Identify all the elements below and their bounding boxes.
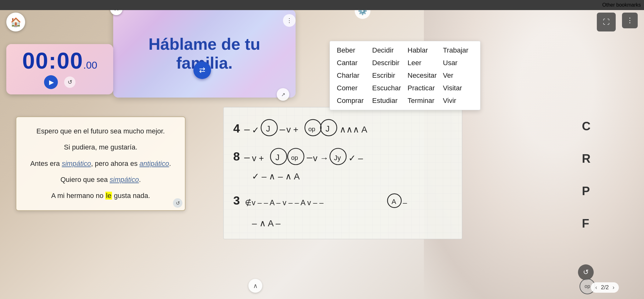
whiteboard[interactable]: 4 – ✓ J – v + op J ∧∧∧ A 8 – v + J op – … xyxy=(223,107,462,239)
text-line-2: Si pudiera, me gustaría. xyxy=(26,143,175,152)
play-button[interactable]: ▶ xyxy=(44,75,58,89)
svg-text:∉v – – A – v – – A v – –: ∉v – – A – v – – A v – – xyxy=(245,198,324,207)
right-column-labels: C R P F xyxy=(582,120,591,230)
timer-widget: 00:00.00 ▶ ↺ xyxy=(6,44,113,94)
page-prev-button[interactable]: ‹ xyxy=(595,284,597,291)
page-next-button[interactable]: › xyxy=(613,284,614,291)
reset-icon: ↺ xyxy=(68,79,72,86)
svg-text:–: – xyxy=(403,198,407,207)
verb-item-necesitar[interactable]: Necesitar xyxy=(406,70,440,81)
reset-button[interactable]: ↺ xyxy=(64,76,75,88)
fullscreen-button[interactable]: ⛶ xyxy=(597,13,616,31)
more-icon: ⋮ xyxy=(626,16,633,25)
svg-text:op: op xyxy=(308,126,315,133)
expand-button[interactable]: ↗ xyxy=(277,88,289,101)
verb-item-ver[interactable]: Ver xyxy=(441,70,475,81)
verb-item-cantar[interactable]: Cantar xyxy=(335,58,369,68)
dots-icon: ⋮ xyxy=(286,17,292,24)
verb-grid: BeberDecidirHablarTrabajarCantarDescribi… xyxy=(335,45,475,106)
text-line-3: Antes era simpático, pero ahora es antip… xyxy=(26,159,175,169)
verb-item-usar[interactable]: Usar xyxy=(441,58,475,68)
prompt-more-button[interactable]: ⋮ xyxy=(283,14,296,27)
verb-item-visitar[interactable]: Visitar xyxy=(441,83,475,93)
svg-text:Jy: Jy xyxy=(334,154,341,162)
home-icon: 🏠 xyxy=(10,17,21,27)
verb-item-trabajar[interactable]: Trabajar xyxy=(441,45,475,56)
svg-text:4: 4 xyxy=(233,122,240,135)
verb-item-estudiar[interactable]: Estudiar xyxy=(370,95,405,106)
svg-text:–: – xyxy=(244,151,250,163)
text-line-4: Quiero que sea simpático. xyxy=(26,175,175,185)
italic-word-3: simpático xyxy=(110,176,139,183)
svg-text:v →: v → xyxy=(313,153,329,163)
svg-text:v +: v + xyxy=(252,153,264,163)
highlight-word: le xyxy=(105,192,112,200)
verb-item-leer[interactable]: Leer xyxy=(406,58,440,68)
svg-text:J: J xyxy=(266,124,270,133)
verb-item-vivir[interactable]: Vivir xyxy=(441,95,475,106)
svg-text:–: – xyxy=(280,123,285,135)
fullscreen-icon: ⛶ xyxy=(603,18,610,26)
svg-text:✓ –: ✓ – xyxy=(348,153,363,163)
refresh-icon: ↺ xyxy=(176,200,180,206)
svg-text:∧∧∧ A: ∧∧∧ A xyxy=(340,125,367,134)
svg-text:✓ – ∧ – ∧ A: ✓ – ∧ – ∧ A xyxy=(252,172,300,181)
verb-item-terminar[interactable]: Terminar xyxy=(406,95,440,106)
op-label: op xyxy=(585,284,590,289)
italic-word-1: simpático xyxy=(62,160,91,167)
browser-bar: Other bookmarks xyxy=(0,0,644,10)
timer-milliseconds: .00 xyxy=(83,59,97,71)
refresh-bottom-icon: ↺ xyxy=(583,268,589,276)
col-label-c: C xyxy=(582,120,591,133)
verb-item-escribir[interactable]: Escribir xyxy=(370,70,405,81)
italic-word-2: antipático xyxy=(140,160,169,167)
shuffle-button[interactable]: ⇄ xyxy=(193,61,211,79)
col-label-r: R xyxy=(582,152,591,166)
timer-display: 00:00 xyxy=(22,49,83,72)
refresh-icon-bottom[interactable]: ↺ xyxy=(578,264,594,280)
svg-text:op: op xyxy=(291,154,298,161)
bookmarks-label: Other bookmarks xyxy=(602,2,641,8)
svg-text:A: A xyxy=(391,198,396,206)
shuffle-icon: ⇄ xyxy=(199,66,205,75)
verb-item-hablar[interactable]: Hablar xyxy=(406,45,440,56)
verb-item-decidir[interactable]: Decidir xyxy=(370,45,405,56)
svg-text:J: J xyxy=(275,153,280,162)
col-label-f: F xyxy=(582,217,591,230)
page-indicator: ‹ 2/2 › xyxy=(591,282,619,293)
col-label-p: P xyxy=(582,184,591,198)
whiteboard-drawing: 4 – ✓ J – v + op J ∧∧∧ A 8 – v + J op – … xyxy=(224,107,462,239)
play-icon: ▶ xyxy=(49,78,54,86)
text-line-5: A mi hermano no le gusta nada. xyxy=(26,191,175,201)
text-line-1: Espero que en el futuro sea mucho mejor. xyxy=(26,127,175,136)
verb-item-escuchar[interactable]: Escuchar xyxy=(370,83,405,93)
chevron-up-icon: ∧ xyxy=(253,282,258,290)
svg-text:J: J xyxy=(325,124,330,133)
home-button[interactable]: 🏠 xyxy=(6,13,25,31)
prompt-card: Háblame de tu familia. xyxy=(113,9,296,98)
text-card: Espero que en el futuro sea mucho mejor.… xyxy=(16,116,186,211)
timer-controls: ▶ ↺ xyxy=(44,75,75,89)
svg-text:✓: ✓ xyxy=(252,125,259,135)
page-label: 2/2 xyxy=(601,284,609,291)
svg-text:3: 3 xyxy=(233,194,240,207)
svg-text:8: 8 xyxy=(233,150,240,163)
text-card-refresh-button[interactable]: ↺ xyxy=(173,198,182,208)
svg-text:–: – xyxy=(244,123,250,135)
scroll-up-button[interactable]: ∧ xyxy=(248,279,262,293)
more-options-button[interactable]: ⋮ xyxy=(622,13,638,28)
verb-item-comprar[interactable]: Comprar xyxy=(335,95,369,106)
verb-item-comer[interactable]: Comer xyxy=(335,83,369,93)
svg-text:v +: v + xyxy=(286,125,298,134)
verb-item-practicar[interactable]: Practicar xyxy=(406,83,440,93)
verb-panel: BeberDecidirHablarTrabajarCantarDescribi… xyxy=(330,41,480,110)
verb-item-describir[interactable]: Describir xyxy=(370,58,405,68)
svg-text:–: – xyxy=(307,151,313,163)
svg-text:– ∧ A –: – ∧ A – xyxy=(252,218,280,228)
expand-icon: ↗ xyxy=(281,92,285,98)
verb-item-charlar[interactable]: Charlar xyxy=(335,70,369,81)
verb-item-beber[interactable]: Beber xyxy=(335,45,369,56)
